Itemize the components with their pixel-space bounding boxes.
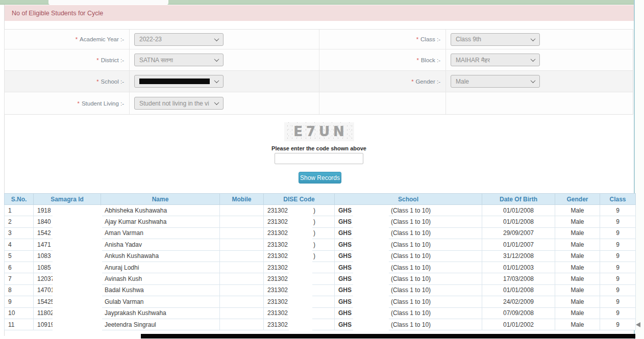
- cell-block: MAIHAR मैहर: [446, 49, 633, 71]
- cell-dob: 31/12/2008: [482, 250, 555, 262]
- cell-gender: Male: [555, 307, 600, 319]
- cell-gender: Male: [555, 262, 600, 273]
- cell-name: Ajay Kumar Kushwaha: [101, 216, 220, 227]
- label-academic-year: * Academic Year :-: [5, 30, 130, 49]
- chevron-down-icon: [214, 78, 219, 83]
- column-header: S.No.: [5, 194, 34, 205]
- cell-class: 9: [600, 273, 636, 284]
- student-living-value: Student not living in the vi: [139, 100, 209, 107]
- cell-gender: Male: [555, 319, 600, 330]
- field-label: Academic Year :-: [80, 36, 124, 42]
- cell-sno: 7: [5, 273, 34, 284]
- cell-class: 9: [600, 216, 636, 227]
- cell-gender: Male: [555, 284, 600, 296]
- cell-name: Gulab Varman: [101, 296, 220, 307]
- cell-gender: Male: [446, 71, 633, 92]
- label-class: * Class :-: [319, 30, 446, 49]
- required-asterisk: *: [96, 57, 98, 63]
- filter-form: * Academic Year :- 2022-23 * Class :- Cl…: [4, 29, 633, 115]
- cell-class: 9: [600, 284, 636, 296]
- table-header-row: S.No.Samagra IdNameMobileDISE CodeSchool…: [5, 194, 636, 205]
- page: No of Eligible Students for Cycle * Acad…: [0, 0, 644, 339]
- cell-gender: Male: [555, 273, 600, 284]
- class-value: Class 9th: [456, 36, 481, 43]
- cell-sno: 1: [5, 205, 34, 216]
- cell-gender: Male: [555, 216, 600, 227]
- cell-mobile: [220, 319, 264, 330]
- label-gender: * Gender :-: [319, 71, 446, 92]
- school-select[interactable]: [134, 75, 224, 88]
- redaction-school-band: [353, 205, 389, 336]
- cell-dob: 01/01/2008: [482, 205, 555, 216]
- cell-gender: Male: [555, 239, 600, 250]
- district-value: SATNA सतना: [139, 57, 173, 64]
- student-living-select[interactable]: Student not living in the vi: [134, 97, 224, 110]
- cell-mobile: [220, 296, 264, 307]
- cell-gender: Male: [555, 205, 600, 216]
- cell-mobile: [220, 205, 264, 216]
- chevron-down-icon: [531, 78, 536, 83]
- cell-class: Class 9th: [446, 30, 633, 49]
- cell-mobile: [220, 273, 264, 284]
- cell-gender: Male: [555, 227, 600, 239]
- field-label: Block :-: [421, 57, 440, 63]
- field-label: Class :-: [420, 36, 440, 42]
- cell-sno: 2: [5, 216, 34, 227]
- field-label: District :-: [101, 57, 124, 63]
- captcha-instruction: Please enter the code shown above: [268, 145, 370, 151]
- district-select[interactable]: SATNA सतना: [134, 54, 224, 66]
- cell-dob: 01/01/2007: [482, 239, 555, 250]
- cell-school: [130, 71, 319, 92]
- class-select[interactable]: Class 9th: [451, 33, 540, 46]
- cell-dob: 24/02/2009: [482, 296, 555, 307]
- academic-year-select[interactable]: 2022-23: [134, 33, 224, 46]
- column-header: Samagra Id: [34, 194, 101, 205]
- cell-mobile: [220, 227, 264, 239]
- top-strip-highlight: [48, 0, 168, 5]
- captcha-code: E7UN: [293, 124, 348, 139]
- cell-class: 9: [600, 262, 636, 273]
- cell-class: 9: [600, 250, 636, 262]
- block-select[interactable]: MAIHAR मैहर: [451, 54, 540, 66]
- cell-class: 9: [600, 319, 636, 330]
- cell-dob: 01/01/2008: [482, 284, 555, 296]
- right-gutter: [635, 0, 644, 339]
- required-asterisk: *: [76, 36, 78, 42]
- cell-class: 9: [600, 205, 636, 216]
- chevron-down-icon: [531, 57, 536, 62]
- cell-name: Avinash Kush: [101, 273, 220, 284]
- cell-name: Jeetendra Singraul: [101, 319, 220, 330]
- cell-dob: 29/09/2007: [482, 227, 555, 239]
- cell-name: Anisha Yadav: [101, 239, 220, 250]
- label-school: * School :-: [5, 71, 130, 92]
- mouse-cursor-icon: [636, 322, 640, 327]
- top-strip: [0, 0, 644, 5]
- cell-dob: 01/01/2008: [482, 216, 555, 227]
- chevron-down-icon: [214, 100, 219, 105]
- cell-sno: 9: [5, 296, 34, 307]
- cell-sno: 11: [5, 319, 34, 330]
- column-header: Date Of Birth: [482, 194, 555, 205]
- cell-sno: 6: [5, 262, 34, 273]
- cell-name: Ankush Kushawaha: [101, 250, 220, 262]
- captcha-input[interactable]: [275, 153, 363, 164]
- cell-class: 9: [600, 227, 636, 239]
- redaction-dise-band: [289, 205, 312, 336]
- cell-mobile: [220, 262, 264, 273]
- chevron-down-icon: [214, 57, 219, 62]
- field-label: Student Living :-: [82, 100, 124, 107]
- show-records-button[interactable]: Show Records: [299, 172, 341, 184]
- gender-select[interactable]: Male: [451, 75, 540, 88]
- cell-dob: 01/01/2002: [482, 319, 555, 330]
- block-value: MAIHAR मैहर: [456, 57, 490, 64]
- redacted-school-value: [139, 79, 210, 84]
- page-title: No of Eligible Students for Cycle: [12, 10, 103, 17]
- academic-year-value: 2022-23: [139, 36, 162, 43]
- label-student-living: * Student Living :-: [5, 92, 130, 114]
- cell-mobile: [220, 250, 264, 262]
- cell-mobile: [220, 284, 264, 296]
- cell-sno: 10: [5, 307, 34, 319]
- required-asterisk: *: [411, 79, 413, 85]
- required-asterisk: *: [78, 100, 80, 107]
- column-header: Class: [600, 194, 636, 205]
